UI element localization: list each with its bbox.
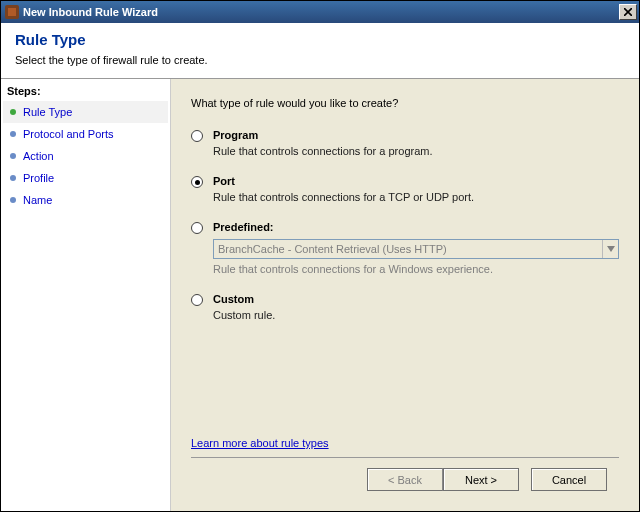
back-button: < Back — [367, 468, 443, 491]
radio-program[interactable] — [191, 130, 203, 142]
step-label: Action — [23, 150, 54, 162]
app-icon — [5, 5, 19, 19]
dropdown-button — [602, 240, 618, 258]
learn-more-area: Learn more about rule types — [191, 437, 619, 449]
page-subtitle: Select the type of firewall rule to crea… — [15, 54, 625, 66]
option-label: Program — [213, 129, 619, 141]
close-button[interactable] — [619, 4, 637, 20]
radio-port[interactable] — [191, 176, 203, 188]
content-pane: What type of rule would you like to crea… — [171, 79, 639, 511]
step-label: Profile — [23, 172, 54, 184]
step-profile[interactable]: Profile — [3, 167, 168, 189]
option-label: Predefined: — [213, 221, 619, 233]
option-desc: Rule that controls connections for a pro… — [213, 145, 619, 157]
button-bar: < Back Next > Cancel — [191, 457, 619, 503]
option-desc: Rule that controls connections for a TCP… — [213, 191, 619, 203]
window-title: New Inbound Rule Wizard — [23, 6, 158, 18]
step-action[interactable]: Action — [3, 145, 168, 167]
question-text: What type of rule would you like to crea… — [191, 97, 619, 109]
step-bullet-icon — [10, 131, 16, 137]
page-title: Rule Type — [15, 31, 625, 48]
step-rule-type[interactable]: Rule Type — [3, 101, 168, 123]
radio-predefined[interactable] — [191, 222, 203, 234]
option-custom: Custom Custom rule. — [191, 293, 619, 321]
step-bullet-icon — [10, 109, 16, 115]
step-bullet-icon — [10, 197, 16, 203]
wizard-body: Steps: Rule Type Protocol and Ports Acti… — [1, 79, 639, 511]
step-bullet-icon — [10, 153, 16, 159]
step-label: Protocol and Ports — [23, 128, 114, 140]
predefined-select-value: BranchCache - Content Retrieval (Uses HT… — [218, 243, 447, 255]
next-button[interactable]: Next > — [443, 468, 519, 491]
option-port: Port Rule that controls connections for … — [191, 175, 619, 203]
cancel-button[interactable]: Cancel — [531, 468, 607, 491]
step-name[interactable]: Name — [3, 189, 168, 211]
wizard-header: Rule Type Select the type of firewall ru… — [1, 23, 639, 79]
option-program: Program Rule that controls connections f… — [191, 129, 619, 157]
radio-custom[interactable] — [191, 294, 203, 306]
learn-more-link[interactable]: Learn more about rule types — [191, 437, 329, 449]
chevron-down-icon — [607, 246, 615, 252]
step-label: Rule Type — [23, 106, 72, 118]
step-label: Name — [23, 194, 52, 206]
step-bullet-icon — [10, 175, 16, 181]
option-label: Custom — [213, 293, 619, 305]
titlebar: New Inbound Rule Wizard — [1, 1, 639, 23]
steps-sidebar: Steps: Rule Type Protocol and Ports Acti… — [1, 79, 171, 511]
option-desc: Rule that controls connections for a Win… — [213, 263, 619, 275]
option-predefined: Predefined: BranchCache - Content Retrie… — [191, 221, 619, 275]
wizard-window: New Inbound Rule Wizard Rule Type Select… — [0, 0, 640, 512]
option-label: Port — [213, 175, 619, 187]
step-protocol-and-ports[interactable]: Protocol and Ports — [3, 123, 168, 145]
option-desc: Custom rule. — [213, 309, 619, 321]
predefined-select: BranchCache - Content Retrieval (Uses HT… — [213, 239, 619, 259]
close-icon — [624, 8, 632, 16]
steps-heading: Steps: — [7, 85, 164, 97]
